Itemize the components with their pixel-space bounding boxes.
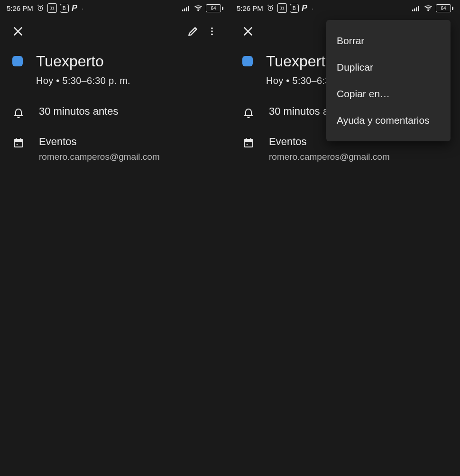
- b-icon: B: [290, 4, 299, 13]
- svg-rect-22: [246, 138, 247, 140]
- battery-icon: 64: [436, 4, 453, 12]
- b-icon: B: [60, 4, 69, 13]
- svg-point-6: [211, 27, 213, 29]
- more-button[interactable]: [202, 22, 221, 41]
- event-title: Tuexperto: [36, 53, 130, 70]
- svg-point-13: [17, 144, 18, 146]
- event-subtitle: Hoy • 5:30–6:30 p. m.: [36, 75, 130, 86]
- event-color-swatch: [12, 56, 23, 66]
- p-icon: P: [72, 3, 77, 13]
- svg-rect-4: [188, 6, 189, 11]
- reminder-text: 30 minutos antes: [39, 105, 119, 118]
- svg-rect-23: [250, 138, 251, 140]
- alarm-icon: [266, 4, 275, 12]
- calendar-icon: [12, 137, 25, 149]
- screenshot-right: 5:26 PM 31 B P ·: [230, 0, 460, 476]
- svg-rect-10: [14, 139, 23, 142]
- menu-help[interactable]: Ayuda y comentarios: [326, 107, 451, 134]
- wifi-icon: [423, 5, 433, 11]
- event-color-swatch: [242, 56, 253, 66]
- svg-rect-12: [20, 138, 21, 140]
- calendar-date-icon: 31: [47, 3, 57, 13]
- signal-icon: [182, 5, 191, 11]
- alarm-icon: [36, 4, 45, 12]
- menu-copy-to[interactable]: Copiar en…: [326, 81, 451, 107]
- signal-icon: [412, 5, 421, 11]
- svg-rect-3: [186, 7, 187, 11]
- status-bar: 5:26 PM 31 B P ·: [230, 0, 460, 16]
- calendar-date-icon: 31: [277, 3, 287, 13]
- battery-icon: 64: [206, 4, 223, 12]
- menu-duplicate[interactable]: Duplicar: [326, 54, 451, 81]
- overflow-menu: Borrar Duplicar Copiar en… Ayuda y comen…: [326, 20, 451, 141]
- p-icon: P: [302, 3, 307, 13]
- svg-point-19: [428, 10, 429, 11]
- status-time: 5:26 PM: [237, 4, 263, 12]
- edit-button[interactable]: [184, 22, 202, 41]
- svg-rect-17: [416, 7, 417, 11]
- app-bar: [0, 16, 230, 46]
- screenshot-left: 5:26 PM 31 B P ·: [0, 0, 230, 476]
- menu-delete[interactable]: Borrar: [326, 27, 451, 54]
- event-header: Tuexperto Hoy • 5:30–6:30 p. m.: [0, 46, 230, 97]
- svg-point-7: [211, 30, 213, 32]
- reminder-row[interactable]: 30 minutos antes: [0, 97, 230, 127]
- calendar-account: romero.camperos@gmail.com: [269, 152, 390, 162]
- calendar-row[interactable]: Eventos romero.camperos@gmail.com: [0, 127, 230, 171]
- svg-point-5: [198, 10, 199, 11]
- svg-rect-18: [418, 6, 419, 11]
- status-dot: ·: [310, 4, 313, 12]
- status-time: 5:26 PM: [7, 4, 33, 12]
- bell-icon: [12, 106, 25, 119]
- svg-rect-1: [182, 9, 183, 11]
- svg-rect-11: [16, 138, 17, 140]
- close-button[interactable]: [239, 22, 258, 41]
- svg-rect-2: [184, 9, 185, 11]
- svg-rect-16: [414, 9, 415, 11]
- wifi-icon: [193, 5, 203, 11]
- calendar-account: romero.camperos@gmail.com: [39, 152, 160, 162]
- calendar-icon: [242, 137, 255, 149]
- svg-point-24: [247, 144, 248, 146]
- calendar-label: Eventos: [39, 136, 160, 148]
- svg-point-8: [211, 34, 213, 36]
- svg-rect-15: [412, 9, 413, 11]
- bell-icon: [242, 106, 255, 119]
- status-dot: ·: [80, 4, 83, 12]
- svg-rect-21: [244, 139, 253, 142]
- status-bar: 5:26 PM 31 B P ·: [0, 0, 230, 16]
- close-button[interactable]: [9, 22, 28, 41]
